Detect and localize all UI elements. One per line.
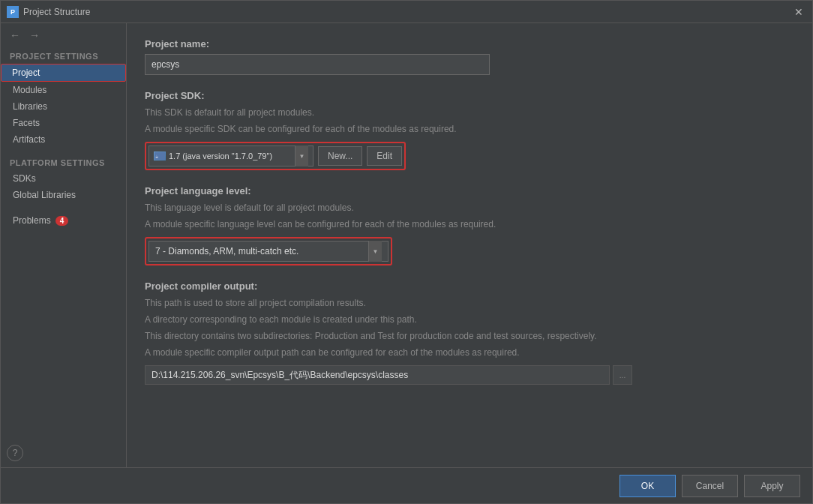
sidebar: ← → Project Settings Project Modules Lib…	[1, 23, 127, 467]
project-structure-window: P Project Structure ✕ ← → Project Settin…	[0, 0, 813, 504]
project-sdk-section: Project SDK: This SDK is default for all…	[145, 90, 794, 170]
compiler-desc4: A module specific compiler output path c…	[145, 346, 794, 359]
sidebar-item-problems[interactable]: Problems 4	[1, 212, 126, 229]
back-button[interactable]: ←	[7, 27, 23, 44]
lang-desc1: This language level is default for all p…	[145, 201, 794, 214]
project-settings-label: Project Settings	[1, 47, 126, 64]
sidebar-item-sdks[interactable]: SDKs	[1, 170, 126, 187]
problems-badge: 4	[56, 216, 69, 226]
sidebar-item-libraries[interactable]: Libraries	[1, 98, 126, 115]
main-content: Project name: Project SDK: This SDK is d…	[127, 23, 812, 467]
compiler-desc1: This path is used to store all project c…	[145, 296, 794, 310]
compiler-output-path-input[interactable]	[145, 365, 610, 385]
footer: OK Cancel Apply	[1, 467, 812, 503]
lang-value: 7 - Diamonds, ARM, multi-catch etc.	[155, 246, 368, 256]
project-name-input[interactable]	[145, 54, 490, 75]
compiler-desc3: This directory contains two subdirectori…	[145, 329, 794, 343]
new-sdk-button[interactable]: New...	[318, 146, 362, 166]
sidebar-item-facets[interactable]: Facets	[1, 115, 126, 131]
compiler-desc2: A directory corresponding to each module…	[145, 313, 794, 326]
compiler-output-label: Project compiler output:	[145, 280, 794, 292]
sidebar-item-global-libraries[interactable]: Global Libraries	[1, 187, 126, 203]
ok-button[interactable]: OK	[620, 475, 676, 497]
cancel-button[interactable]: Cancel	[682, 475, 738, 497]
lang-desc2: A module specific language level can be …	[145, 218, 794, 231]
sdk-desc1: This SDK is default for all project modu…	[145, 106, 794, 119]
project-language-level-section: Project language level: This language le…	[145, 185, 794, 266]
close-button[interactable]: ✕	[791, 4, 806, 20]
lang-dropdown-arrow[interactable]: ▼	[368, 241, 382, 262]
project-name-section: Project name:	[145, 38, 794, 75]
platform-settings-label: Platform Settings	[1, 154, 126, 170]
sidebar-bottom: ?	[1, 439, 126, 467]
lang-dropdown[interactable]: 7 - Diamonds, ARM, multi-catch etc. ▼	[148, 241, 388, 262]
svg-text:☕: ☕	[155, 154, 158, 160]
lang-highlighted-box: 7 - Diamonds, ARM, multi-catch etc. ▼	[145, 237, 392, 266]
help-button[interactable]: ?	[7, 445, 23, 461]
sidebar-item-artifacts[interactable]: Artifacts	[1, 131, 126, 148]
sidebar-item-modules[interactable]: Modules	[1, 82, 126, 98]
window-icon: P	[7, 6, 19, 18]
project-compiler-output-section: Project compiler output: This path is us…	[145, 280, 794, 385]
sdk-select-container: ☕ 1.7 (java version "1.7.0_79") ▼ New...…	[148, 146, 402, 166]
project-language-label: Project language level:	[145, 185, 794, 196]
sidebar-toolbar: ← →	[1, 23, 126, 47]
sidebar-item-project[interactable]: Project	[1, 64, 126, 82]
sdk-value: 1.7 (java version "1.7.0_79")	[169, 152, 272, 160]
edit-sdk-button[interactable]: Edit	[367, 146, 402, 166]
content-area: ← → Project Settings Project Modules Lib…	[1, 23, 812, 467]
project-name-label: Project name:	[145, 38, 794, 50]
apply-button[interactable]: Apply	[744, 475, 800, 497]
sdk-icon: ☕	[154, 152, 166, 160]
sdk-highlighted-box: ☕ 1.7 (java version "1.7.0_79") ▼ New...…	[145, 142, 406, 170]
compiler-output-path-row: ...	[145, 365, 794, 385]
browse-button[interactable]: ...	[613, 365, 632, 385]
lang-dropdown-container: 7 - Diamonds, ARM, multi-catch etc. ▼	[148, 241, 388, 262]
sdk-desc2: A module specific SDK can be configured …	[145, 122, 794, 136]
sdk-dropdown[interactable]: ☕ 1.7 (java version "1.7.0_79") ▼	[148, 146, 314, 166]
forward-button[interactable]: →	[26, 27, 43, 44]
sdk-dropdown-arrow[interactable]: ▼	[295, 146, 308, 166]
project-sdk-label: Project SDK:	[145, 90, 794, 101]
title-bar: P Project Structure ✕	[1, 1, 812, 23]
window-title: Project Structure	[23, 7, 791, 17]
